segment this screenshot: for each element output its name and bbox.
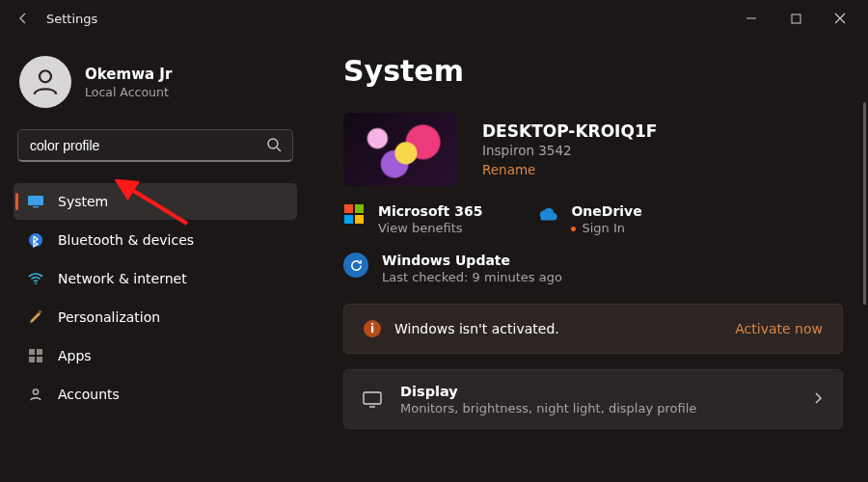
sidebar-item-label: Apps — [58, 348, 92, 363]
sidebar-item-personalization[interactable]: Personalization — [14, 299, 297, 335]
svg-point-2 — [268, 139, 278, 148]
sidebar-item-label: Bluetooth & devices — [58, 232, 194, 248]
minimize-icon — [746, 13, 757, 24]
sidebar-nav: System Bluetooth & devices Network & int… — [14, 183, 297, 413]
device-model: Inspiron 3542 — [482, 143, 657, 158]
svg-rect-3 — [28, 196, 43, 205]
sidebar-item-label: Accounts — [58, 387, 120, 402]
wifi-icon — [27, 270, 44, 287]
svg-rect-9 — [37, 349, 42, 355]
svg-rect-17 — [364, 392, 381, 404]
tile-microsoft365[interactable]: Microsoft 365 View benefits — [343, 203, 482, 235]
maximize-button[interactable] — [773, 4, 818, 33]
svg-rect-14 — [355, 204, 364, 213]
activation-banner: i Windows isn't activated. Activate now — [343, 304, 843, 354]
svg-rect-4 — [33, 206, 39, 207]
tile-title: Microsoft 365 — [378, 203, 482, 219]
bluetooth-icon — [27, 231, 44, 249]
svg-rect-15 — [344, 215, 353, 224]
user-card[interactable]: Okemwa Jr Local Account — [19, 56, 297, 108]
rename-link[interactable]: Rename — [482, 162, 657, 177]
svg-rect-11 — [37, 357, 42, 362]
user-subtitle: Local Account — [85, 85, 172, 99]
sidebar-item-system[interactable]: System — [14, 183, 297, 220]
search-box — [17, 129, 293, 162]
display-icon — [362, 388, 383, 410]
sidebar-item-accounts[interactable]: Accounts — [14, 376, 297, 413]
sidebar-item-apps[interactable]: Apps — [14, 337, 297, 374]
person-icon — [29, 66, 62, 98]
tile-subtitle: View benefits — [378, 221, 482, 235]
close-icon — [834, 13, 846, 24]
svg-rect-8 — [29, 349, 35, 355]
tile-subtitle: Sign In — [571, 221, 641, 235]
svg-point-12 — [33, 389, 38, 394]
user-name: Okemwa Jr — [85, 66, 172, 83]
setting-row-display[interactable]: Display Monitors, brightness, night ligh… — [343, 369, 843, 429]
chevron-right-icon — [811, 391, 825, 408]
sidebar-item-label: Personalization — [58, 309, 160, 325]
status-dot-icon — [571, 227, 576, 231]
microsoft-logo-icon — [343, 203, 365, 225]
search-input[interactable] — [17, 129, 293, 162]
tile-subtitle: Last checked: 9 minutes ago — [382, 270, 562, 284]
sidebar: Okemwa Jr Local Account System Bluetoo — [0, 37, 307, 482]
device-name: DESKTOP-KROIQ1F — [482, 121, 657, 141]
scrollbar[interactable] — [863, 102, 866, 305]
refresh-icon — [343, 253, 368, 278]
accounts-icon — [27, 386, 44, 403]
svg-rect-16 — [355, 215, 364, 224]
maximize-icon — [791, 13, 801, 24]
tile-onedrive[interactable]: OneDrive Sign In — [536, 203, 641, 235]
tile-title: Windows Update — [382, 253, 562, 268]
svg-rect-10 — [29, 357, 35, 362]
setting-title: Display — [400, 384, 696, 399]
svg-point-6 — [35, 282, 37, 284]
banner-text: Windows isn't activated. — [394, 321, 559, 336]
close-button[interactable] — [818, 4, 862, 33]
arrow-left-icon — [15, 11, 31, 26]
main-content: System DESKTOP-KROIQ1F Inspiron 3542 Ren… — [307, 37, 868, 482]
sidebar-item-label: Network & internet — [58, 271, 187, 286]
titlebar: Settings — [0, 0, 868, 37]
search-icon[interactable] — [266, 137, 282, 155]
monitor-icon — [27, 193, 44, 210]
window-title: Settings — [46, 12, 97, 26]
onedrive-icon — [536, 203, 557, 225]
info-icon: i — [364, 320, 381, 337]
apps-icon — [27, 347, 44, 364]
brush-icon — [27, 308, 44, 326]
device-card: DESKTOP-KROIQ1F Inspiron 3542 Rename — [343, 113, 843, 186]
setting-subtitle: Monitors, brightness, night light, displ… — [400, 401, 696, 415]
avatar — [19, 56, 71, 108]
sidebar-item-label: System — [58, 194, 108, 209]
page-title: System — [343, 54, 843, 88]
svg-point-1 — [40, 70, 51, 82]
wallpaper-thumbnail — [343, 113, 457, 186]
sidebar-item-network[interactable]: Network & internet — [14, 260, 297, 297]
activate-link[interactable]: Activate now — [735, 321, 823, 336]
back-button[interactable] — [10, 5, 37, 32]
svg-rect-13 — [344, 204, 353, 213]
tile-windows-update[interactable]: Windows Update Last checked: 9 minutes a… — [343, 253, 843, 284]
sidebar-item-bluetooth[interactable]: Bluetooth & devices — [14, 222, 297, 258]
svg-rect-0 — [792, 14, 800, 23]
tile-title: OneDrive — [571, 203, 641, 219]
minimize-button[interactable] — [729, 4, 773, 33]
